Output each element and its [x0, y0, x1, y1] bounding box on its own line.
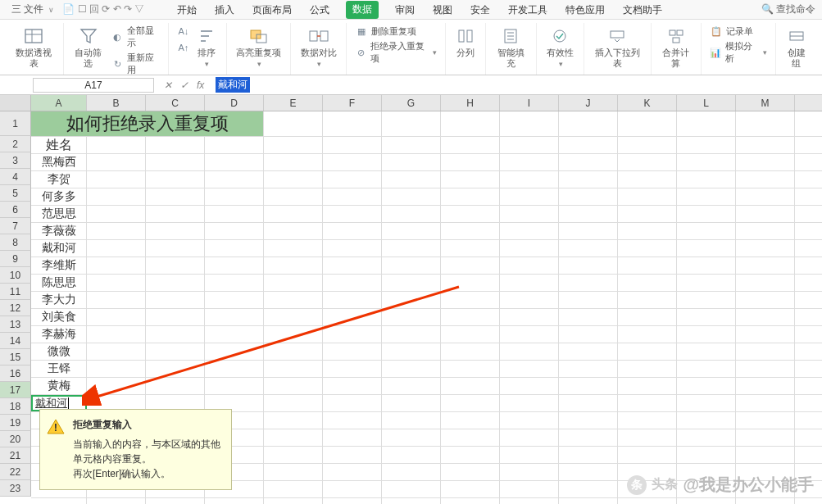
cell-L23[interactable]: [677, 498, 736, 504]
cell-D11[interactable]: [205, 292, 264, 308]
col-header-L[interactable]: L: [677, 95, 736, 111]
cell-I9[interactable]: [500, 257, 559, 274]
cell-I22[interactable]: [500, 481, 559, 497]
cell-L9[interactable]: [677, 257, 736, 274]
cell-D6[interactable]: [205, 206, 264, 222]
cell-D12[interactable]: [205, 309, 264, 325]
cell-H12[interactable]: [441, 309, 500, 325]
cell-B16[interactable]: [87, 378, 146, 394]
cell-M19[interactable]: [736, 429, 795, 446]
tab-page-layout[interactable]: 页面布局: [251, 1, 293, 19]
cell-I20[interactable]: [500, 447, 559, 463]
cell-D9[interactable]: [205, 257, 264, 274]
cell-H18[interactable]: [441, 412, 500, 429]
cell-G18[interactable]: [382, 412, 441, 429]
cell-J3[interactable]: [559, 154, 618, 170]
cell-G20[interactable]: [382, 447, 441, 463]
cell-J13[interactable]: [559, 326, 618, 343]
cell-K2[interactable]: [618, 137, 677, 153]
cell-L2[interactable]: [677, 137, 736, 153]
cell-L4[interactable]: [677, 171, 736, 188]
cell-J18[interactable]: [559, 412, 618, 429]
row-header-11[interactable]: 11: [0, 284, 31, 300]
formula-input[interactable]: 戴和河: [216, 77, 250, 93]
row-header-23[interactable]: 23: [0, 480, 31, 497]
reapply-button[interactable]: ↻重新应用: [111, 52, 160, 76]
cell-E17[interactable]: [264, 395, 323, 411]
cell-H19[interactable]: [441, 429, 500, 446]
col-header-G[interactable]: G: [382, 95, 441, 111]
cell-E8[interactable]: [264, 240, 323, 257]
validity-button[interactable]: 有效性▾: [545, 25, 575, 70]
cell-K11[interactable]: [618, 292, 677, 308]
pivot-table-button[interactable]: 数据透视表: [13, 25, 55, 69]
cell-M9[interactable]: [736, 257, 795, 274]
cell-H11[interactable]: [441, 292, 500, 308]
cell-E16[interactable]: [264, 378, 323, 394]
cell-K10[interactable]: [618, 275, 677, 291]
cell-K3[interactable]: [618, 154, 677, 170]
cell-F2[interactable]: [323, 137, 382, 153]
what-if-button[interactable]: 📊模拟分析▾: [710, 40, 766, 65]
cell-G22[interactable]: [382, 481, 441, 497]
cell-G15[interactable]: [382, 361, 441, 377]
cell-F7[interactable]: [323, 223, 382, 239]
cell-M23[interactable]: [736, 498, 795, 504]
row-header-15[interactable]: 15: [0, 349, 31, 366]
cell-M15[interactable]: [736, 361, 795, 377]
cell-E10[interactable]: [264, 275, 323, 291]
cell-F9[interactable]: [323, 257, 382, 274]
row-header-20[interactable]: 20: [0, 431, 31, 447]
cell-J17[interactable]: [559, 395, 618, 411]
cell-C10[interactable]: [146, 275, 205, 291]
tab-data[interactable]: 数据: [346, 1, 379, 19]
col-header-M[interactable]: M: [736, 95, 795, 111]
cell-L6[interactable]: [677, 206, 736, 222]
cell-H3[interactable]: [441, 154, 500, 170]
cell-E12[interactable]: [264, 309, 323, 325]
tab-view[interactable]: 视图: [431, 1, 454, 19]
cell-B15[interactable]: [87, 361, 146, 377]
cell-G10[interactable]: [382, 275, 441, 291]
cell-G4[interactable]: [382, 171, 441, 188]
cell-G3[interactable]: [382, 154, 441, 170]
col-header-I[interactable]: I: [500, 95, 559, 111]
create-group-button[interactable]: 创建组: [784, 25, 809, 69]
cell-F10[interactable]: [323, 275, 382, 291]
cell-H16[interactable]: [441, 378, 500, 394]
cell-F5[interactable]: [323, 188, 382, 205]
sort-desc-button[interactable]: A↑: [177, 41, 190, 54]
cell-A8[interactable]: 戴和河: [31, 240, 87, 257]
cell-G13[interactable]: [382, 326, 441, 343]
col-header-F[interactable]: F: [323, 95, 382, 111]
cell-J4[interactable]: [559, 171, 618, 188]
cell-J7[interactable]: [559, 223, 618, 239]
row-header-21[interactable]: 21: [0, 447, 31, 464]
tab-security[interactable]: 安全: [469, 1, 492, 19]
cell-J19[interactable]: [559, 429, 618, 446]
cell-I16[interactable]: [500, 378, 559, 394]
cell-I21[interactable]: [500, 464, 559, 480]
cell-D7[interactable]: [205, 223, 264, 239]
cell-E6[interactable]: [264, 206, 323, 222]
cell-E15[interactable]: [264, 361, 323, 377]
cell-C6[interactable]: [146, 206, 205, 222]
cell-A15[interactable]: 王铎: [31, 361, 87, 377]
cell-J16[interactable]: [559, 378, 618, 394]
row-header-4[interactable]: 4: [0, 169, 31, 185]
cell-K20[interactable]: [618, 447, 677, 463]
cell-B4[interactable]: [87, 171, 146, 188]
cell-A12[interactable]: 刘美食: [31, 309, 87, 325]
cell-J20[interactable]: [559, 447, 618, 463]
cell-B14[interactable]: [87, 343, 146, 360]
autofilter-button[interactable]: 自动筛选: [72, 25, 105, 69]
col-header-C[interactable]: C: [146, 95, 205, 111]
cell-E7[interactable]: [264, 223, 323, 239]
col-header-D[interactable]: D: [205, 95, 264, 111]
cell-B6[interactable]: [87, 206, 146, 222]
cell-E22[interactable]: [264, 481, 323, 497]
cell-M7[interactable]: [736, 223, 795, 239]
cell-L3[interactable]: [677, 154, 736, 170]
cell-I1[interactable]: [500, 111, 559, 136]
show-all-button[interactable]: ◐全部显示: [111, 25, 160, 49]
